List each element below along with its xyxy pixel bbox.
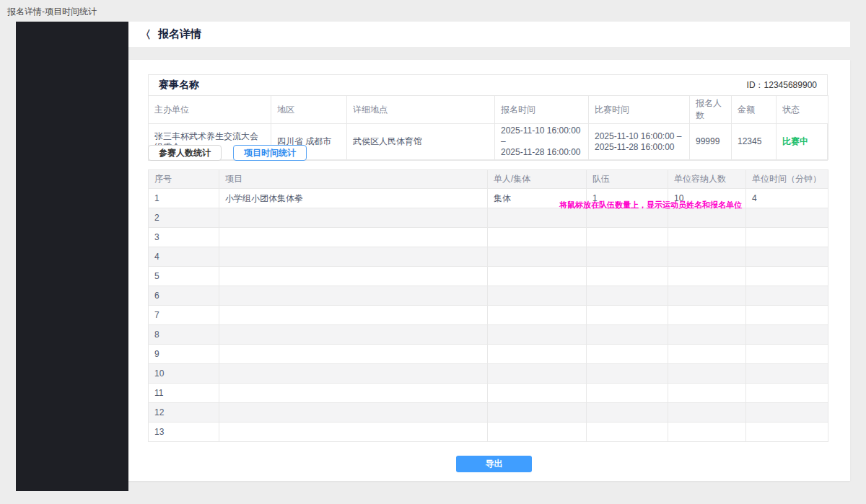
- column-header: 单位容纳人数: [668, 170, 746, 189]
- table-cell: [668, 286, 746, 306]
- tab-participant-count[interactable]: 参赛人数统计: [148, 145, 222, 161]
- column-header: 报名人数: [690, 96, 732, 124]
- table-row: 2: [149, 208, 828, 228]
- table-cell: [746, 247, 828, 267]
- table-cell: 11: [149, 384, 219, 403]
- table-cell: 小学组小团体集体拳: [219, 189, 488, 208]
- column-header: 序号: [149, 170, 219, 189]
- main-panel: 赛事名称 ID：12345689900 主办单位地区详细地点报名时间比赛时间报名…: [128, 60, 850, 481]
- table-cell: [219, 247, 488, 267]
- table-row: 8: [149, 325, 828, 345]
- table-cell: [587, 228, 668, 247]
- sidebar: [16, 22, 128, 491]
- table-cell: [488, 306, 587, 325]
- table-cell: 6: [149, 286, 219, 306]
- table-cell: [587, 208, 668, 228]
- table-cell: 2025-11-10 16:00:00 – 2025-11-28 16:00:0…: [495, 124, 589, 160]
- table-cell: [488, 384, 587, 403]
- table-cell: [746, 286, 828, 306]
- table-cell: [587, 423, 668, 442]
- table-cell: [668, 364, 746, 384]
- table-cell: [219, 345, 488, 364]
- table-cell: 7: [149, 306, 219, 325]
- table-cell: [488, 247, 587, 267]
- event-id: ID：12345689900: [747, 79, 817, 92]
- table-cell: [746, 208, 828, 228]
- table-cell: 13: [149, 423, 219, 442]
- table-cell: [219, 403, 488, 423]
- table-row: 7: [149, 306, 828, 325]
- table-cell: [488, 423, 587, 442]
- table-cell: 4: [149, 247, 219, 267]
- table-cell: [219, 384, 488, 403]
- column-header: 地区: [271, 96, 347, 124]
- event-card-header: 赛事名称 ID：12345689900: [149, 75, 827, 95]
- table-cell: [219, 208, 488, 228]
- page-header: 〈 报名详情: [128, 22, 850, 47]
- table-cell: [219, 306, 488, 325]
- table-cell: [587, 384, 668, 403]
- table-cell: 12: [149, 403, 219, 423]
- window-title: 报名详情-项目时间统计: [7, 6, 97, 18]
- table-cell: [746, 345, 828, 364]
- back-chevron-icon[interactable]: 〈: [140, 29, 151, 40]
- table-cell: 比赛中: [777, 124, 828, 160]
- table-cell: 8: [149, 325, 219, 345]
- table-cell: 9: [149, 345, 219, 364]
- table-row: 5: [149, 267, 828, 286]
- table-cell: 99999: [690, 124, 732, 160]
- table-cell[interactable]: 1: [587, 189, 668, 208]
- table-cell: 2: [149, 208, 219, 228]
- table-cell: 3: [149, 228, 219, 247]
- table-row: 4: [149, 247, 828, 267]
- table-cell: [587, 364, 668, 384]
- table-cell: [668, 325, 746, 345]
- column-header: 详细地点: [347, 96, 495, 124]
- export-button[interactable]: 导出: [456, 456, 532, 472]
- table-cell: [668, 208, 746, 228]
- tab-project-time[interactable]: 项目时间统计: [233, 145, 307, 161]
- table-row: 11: [149, 384, 828, 403]
- table-cell: [488, 345, 587, 364]
- statistics-tabs: 参赛人数统计 项目时间统计: [148, 145, 307, 161]
- column-header: 状态: [777, 96, 828, 124]
- column-header: 队伍: [587, 170, 668, 189]
- page-title: 报名详情: [158, 27, 201, 41]
- table-cell: [746, 306, 828, 325]
- column-header: 主办单位: [149, 96, 271, 124]
- table-cell: [219, 325, 488, 345]
- table-row: 13: [149, 423, 828, 442]
- table-cell: [488, 325, 587, 345]
- table-cell: [488, 228, 587, 247]
- column-header: 报名时间: [495, 96, 589, 124]
- table-cell: [587, 403, 668, 423]
- table-cell: [668, 228, 746, 247]
- table-cell: [746, 228, 828, 247]
- column-header: 单人/集体: [488, 170, 587, 189]
- table-cell: [746, 403, 828, 423]
- table-header-row: 序号项目单人/集体队伍单位容纳人数单位时间（分钟）: [149, 170, 828, 189]
- table-cell: [746, 364, 828, 384]
- table-cell: 2025-11-10 16:00:00 – 2025-11-28 16:00:0…: [589, 124, 690, 160]
- table-cell: 12345: [732, 124, 777, 160]
- table-header-row: 主办单位地区详细地点报名时间比赛时间报名人数金额状态: [149, 96, 828, 124]
- table-cell: 10: [149, 364, 219, 384]
- table-cell: [746, 325, 828, 345]
- table-cell: 5: [149, 267, 219, 286]
- table-cell: 4: [746, 189, 828, 208]
- table-cell: [668, 423, 746, 442]
- table-row: 3: [149, 228, 828, 247]
- table-cell: 1: [149, 189, 219, 208]
- table-cell: [668, 345, 746, 364]
- table-row: 1小学组小团体集体拳集体1104: [149, 189, 828, 208]
- table-row: 6: [149, 286, 828, 306]
- table-cell: 武侯区人民体育馆: [347, 124, 495, 160]
- column-header: 单位时间（分钟）: [746, 170, 828, 189]
- table-cell: [219, 267, 488, 286]
- column-header: 比赛时间: [589, 96, 690, 124]
- table-cell: [746, 384, 828, 403]
- table-cell: [219, 286, 488, 306]
- table-cell: [587, 267, 668, 286]
- table-cell: [219, 364, 488, 384]
- table-cell: [488, 286, 587, 306]
